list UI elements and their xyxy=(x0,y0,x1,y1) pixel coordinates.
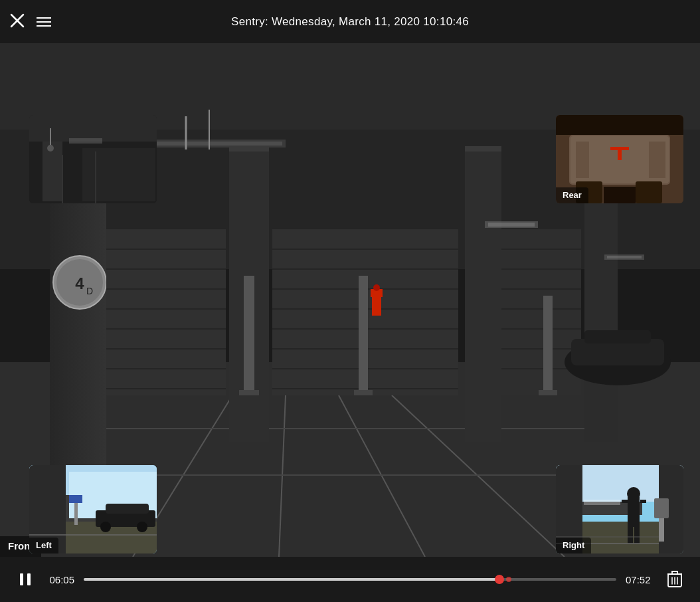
svg-rect-67 xyxy=(239,390,259,395)
svg-rect-68 xyxy=(359,276,368,395)
svg-point-84 xyxy=(47,145,54,151)
front-camera-thumbnail[interactable] xyxy=(29,115,157,203)
progress-dot xyxy=(506,577,511,582)
svg-rect-75 xyxy=(607,256,642,258)
svg-rect-92 xyxy=(576,142,589,178)
svg-rect-30 xyxy=(229,146,269,151)
svg-rect-120 xyxy=(634,524,640,544)
pause-button[interactable] xyxy=(13,567,37,591)
svg-rect-65 xyxy=(584,330,651,344)
svg-rect-129 xyxy=(27,573,31,585)
svg-rect-31 xyxy=(465,150,501,442)
svg-rect-71 xyxy=(539,390,557,395)
progress-fill xyxy=(84,578,499,581)
svg-rect-126 xyxy=(654,498,669,518)
svg-rect-87 xyxy=(556,115,683,135)
svg-rect-116 xyxy=(582,465,659,502)
svg-point-118 xyxy=(627,487,640,500)
top-bar-left xyxy=(10,13,51,31)
svg-rect-127 xyxy=(584,500,620,505)
svg-point-54 xyxy=(373,284,380,291)
svg-text:D: D xyxy=(86,286,93,296)
svg-rect-117 xyxy=(628,497,640,527)
svg-rect-77 xyxy=(29,115,157,142)
svg-rect-69 xyxy=(354,390,373,395)
svg-rect-66 xyxy=(244,276,254,395)
svg-rect-121 xyxy=(622,500,628,503)
current-time: 06:05 xyxy=(46,574,74,585)
svg-rect-93 xyxy=(649,142,665,178)
menu-button[interactable] xyxy=(37,17,51,27)
total-time: 07:52 xyxy=(626,574,654,585)
svg-rect-70 xyxy=(543,296,553,395)
top-bar: Sentry: Wednesday, March 11, 2020 10:10:… xyxy=(0,0,700,43)
svg-rect-52 xyxy=(372,296,381,316)
rear-camera-thumbnail[interactable]: Rear xyxy=(556,115,683,203)
svg-point-106 xyxy=(137,522,147,532)
video-area: 4 D xyxy=(0,43,700,557)
svg-rect-34 xyxy=(106,229,226,395)
svg-text:4: 4 xyxy=(75,274,84,292)
svg-rect-128 xyxy=(20,573,23,585)
svg-rect-119 xyxy=(628,524,633,544)
left-camera-thumbnail[interactable]: Left xyxy=(29,465,157,553)
svg-rect-82 xyxy=(69,138,102,144)
svg-rect-95 xyxy=(636,181,662,203)
video-title: Sentry: Wednesday, March 11, 2020 10:10:… xyxy=(231,15,469,29)
rear-camera-label: Rear xyxy=(556,187,588,203)
controls-bar: 06:05 07:52 xyxy=(0,557,700,602)
progress-handle[interactable] xyxy=(495,575,504,584)
right-camera-thumbnail[interactable]: Right xyxy=(556,465,683,553)
left-camera-label: Left xyxy=(29,538,58,553)
progress-bar[interactable] xyxy=(84,578,616,581)
svg-rect-91 xyxy=(618,147,622,160)
svg-rect-104 xyxy=(106,504,149,514)
svg-rect-122 xyxy=(640,500,646,503)
svg-rect-73 xyxy=(488,223,535,227)
delete-button[interactable] xyxy=(663,567,687,591)
right-camera-label: Right xyxy=(556,538,591,553)
svg-rect-108 xyxy=(69,495,82,503)
svg-rect-79 xyxy=(82,148,155,201)
svg-point-105 xyxy=(100,522,111,532)
close-button[interactable] xyxy=(10,13,25,31)
svg-rect-32 xyxy=(465,146,501,151)
svg-rect-96 xyxy=(604,187,636,203)
